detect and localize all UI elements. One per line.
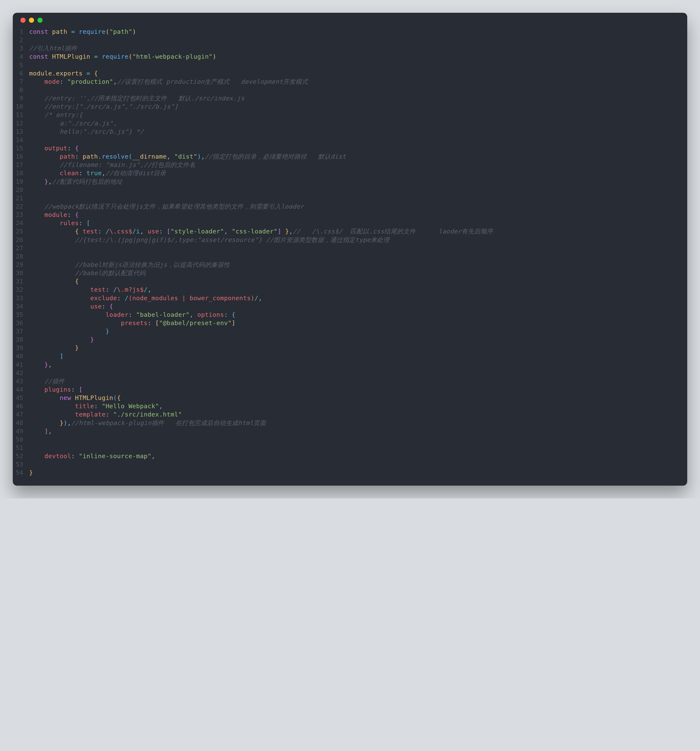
line-number: 34 [16,302,23,311]
code-line[interactable]: //entry: '',//用来指定打包时的主文件 默认./src/index.… [29,94,681,102]
line-number: 7 [16,77,23,86]
line-number: 15 [16,144,23,153]
line-number: 19 [16,178,23,186]
code-line[interactable] [29,36,681,44]
code-line[interactable]: path: path.resolve(__dirname, "dist"),//… [29,153,681,161]
line-number: 10 [16,102,23,111]
code-line[interactable]: hello:"./src/b.js"} */ [29,128,681,136]
line-number: 26 [16,236,23,244]
code-line[interactable]: plugins: [ [29,385,681,394]
line-number: 4 [16,53,23,61]
line-number: 29 [16,261,23,269]
line-number: 48 [16,419,23,427]
line-number: 49 [16,427,23,436]
line-number: 30 [16,269,23,277]
code-line[interactable]: output: { [29,144,681,153]
code-line[interactable]: const HTMLPlugin = require("html-webpack… [29,53,681,61]
code-line[interactable]: loader: "babel-loader", options: { [29,311,681,319]
code-line[interactable] [29,194,681,202]
minimize-icon[interactable] [29,18,34,23]
code-line[interactable] [29,436,681,444]
code-line[interactable]: exclude: /(node_modules | bower_componen… [29,294,681,302]
code-line[interactable] [29,369,681,377]
code-line[interactable]: //babel的默认配置代码 [29,269,681,277]
line-number: 54 [16,469,23,477]
code-line[interactable]: rules: [ [29,219,681,227]
code-line[interactable] [29,136,681,144]
code-line[interactable]: module: { [29,211,681,219]
code-line[interactable]: use: { [29,302,681,311]
line-number: 18 [16,169,23,177]
line-number: 46 [16,402,23,410]
code-line[interactable]: devtool: "inline-source-map", [29,452,681,460]
code-line[interactable]: /* entry:{ [29,111,681,119]
code-line[interactable]: a:"./src/a.js", [29,119,681,128]
line-number: 8 [16,86,23,94]
code-line[interactable]: } [29,327,681,335]
code-line[interactable]: { [29,277,681,286]
code-line[interactable] [29,444,681,452]
close-icon[interactable] [20,18,26,23]
code-line[interactable]: clean: true,//自动清理dist目录 [29,169,681,177]
code-line[interactable]: } [29,335,681,344]
code-line[interactable] [29,244,681,252]
line-number: 47 [16,410,23,419]
code-line[interactable]: title: "Hello Webpack", [29,402,681,410]
code-line[interactable]: ] [29,352,681,360]
line-number: 25 [16,227,23,236]
line-number: 5 [16,61,23,69]
code-line[interactable] [29,460,681,469]
code-line[interactable]: //entry:["./src/a.js","./src/b.js"] [29,102,681,111]
code-line[interactable]: } [29,469,681,477]
code-line[interactable]: //插件 [29,377,681,385]
code-line[interactable]: new HTMLPlugin({ [29,394,681,402]
code-line[interactable] [29,186,681,194]
line-number: 33 [16,294,23,302]
code-line[interactable]: presets: ["@babel/preset-env"] [29,319,681,327]
line-number: 42 [16,369,23,377]
code-line[interactable]: }, [29,361,681,369]
line-number: 31 [16,277,23,286]
line-number: 53 [16,460,23,469]
code-line[interactable]: mode: "production",//设置打包模式 production生产… [29,77,681,86]
code-content[interactable]: const path = require("path") //引入html插件c… [29,28,681,477]
code-line[interactable] [29,252,681,261]
code-line[interactable]: template: "./src/index.html" [29,410,681,419]
line-gutter: 1234567891011121314151617181920212223242… [13,28,29,477]
line-number: 32 [16,286,23,294]
code-line[interactable]: //babel对新js语法转换为旧js，以提高代码的兼容性 [29,261,681,269]
code-line[interactable]: //filename: "main.js",//打包后的文件名 [29,161,681,169]
line-number: 6 [16,69,23,77]
code-line[interactable]: }),//html-webpack-plugin插件 在打包完成后自动生成htm… [29,419,681,427]
line-number: 2 [16,36,23,44]
line-number: 13 [16,128,23,136]
line-number: 16 [16,153,23,161]
code-line[interactable]: ], [29,427,681,436]
code-area[interactable]: 1234567891011121314151617181920212223242… [13,28,687,477]
code-line[interactable]: //引入html插件 [29,44,681,53]
line-number: 50 [16,436,23,444]
line-number: 27 [16,244,23,252]
code-line[interactable] [29,86,681,94]
line-number: 40 [16,352,23,360]
line-number: 39 [16,344,23,352]
code-line[interactable]: { test: /\.css$/i, use: ["style-loader",… [29,227,681,236]
code-line[interactable]: },//配置代码打包后的地址 [29,178,681,186]
code-line[interactable]: //{test:/\.(jpg|png|gif)$/,type:"asset/r… [29,236,681,244]
line-number: 23 [16,211,23,219]
line-number: 36 [16,319,23,327]
line-number: 44 [16,385,23,394]
code-line[interactable]: const path = require("path") [29,28,681,36]
code-line[interactable]: //webpack默认情况下只会处理js文件，如果希望处理其他类型的文件，则需要… [29,202,681,211]
code-line[interactable] [29,61,681,69]
zoom-icon[interactable] [37,18,43,23]
code-line[interactable]: } [29,344,681,352]
line-number: 12 [16,119,23,128]
code-line[interactable]: module.exports = { [29,69,681,77]
line-number: 17 [16,161,23,169]
line-number: 41 [16,361,23,369]
code-line[interactable]: test: /\.m?js$/, [29,286,681,294]
line-number: 51 [16,444,23,452]
line-number: 11 [16,111,23,119]
line-number: 52 [16,452,23,460]
